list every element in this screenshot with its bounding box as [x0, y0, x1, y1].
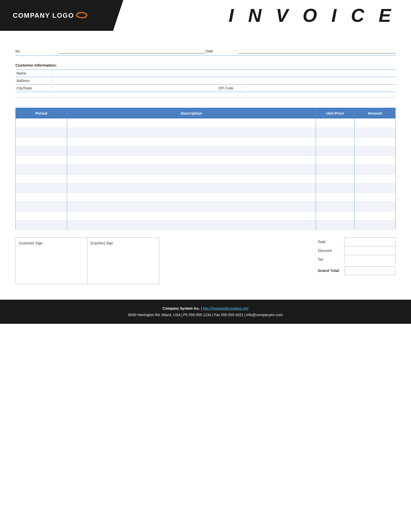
- svg-point-0: [77, 13, 87, 18]
- cell-amount-1: [354, 128, 396, 137]
- cell-description-8: [67, 192, 316, 202]
- cell-unit_price-1: [316, 128, 354, 137]
- cell-amount-7: [354, 183, 396, 192]
- grand-total-label-row: Grand Total: [318, 266, 339, 275]
- cell-unit_price-0: [316, 118, 354, 128]
- table-row: [16, 202, 396, 211]
- totals-boxes: [344, 237, 396, 275]
- cell-unit_price-10: [316, 211, 354, 220]
- city-label: City/State: [15, 85, 51, 92]
- invoice-title: I N V O I C E: [229, 5, 396, 26]
- tax-label: Tax: [318, 257, 323, 261]
- zip-value: [244, 85, 396, 92]
- customer-sign-label: Customer Sign: [19, 241, 43, 245]
- logo-swoosh-icon: [76, 11, 87, 20]
- items-section: Period Description Unit Price Amount: [15, 108, 396, 230]
- cell-description-5: [67, 165, 316, 174]
- cell-period-5: [16, 165, 67, 174]
- name-colon: :: [51, 70, 57, 77]
- grand-total-label: Grand Total: [318, 268, 339, 273]
- cell-unit_price-6: [316, 174, 354, 183]
- discount-label: Discount: [318, 249, 332, 253]
- cell-description-3: [67, 146, 316, 155]
- address-label: Address: [15, 77, 51, 85]
- cell-description-7: [67, 183, 316, 192]
- cell-period-4: [16, 155, 67, 165]
- top-fields: No : Date :: [15, 49, 396, 56]
- table-row: [16, 174, 396, 183]
- customer-section: Customer Information: Name : Address : C…: [15, 63, 396, 97]
- cell-description-9: [67, 202, 316, 211]
- cell-amount-3: [354, 146, 396, 155]
- cell-amount-5: [354, 165, 396, 174]
- customer-address-row: Address :: [15, 77, 396, 85]
- cell-unit_price-3: [316, 146, 354, 155]
- cell-description-11: [67, 220, 316, 230]
- table-row: [16, 211, 396, 220]
- date-label: Date: [206, 49, 221, 53]
- cell-period-6: [16, 174, 67, 183]
- total-label-row: Total: [318, 237, 339, 246]
- table-row: [16, 128, 396, 137]
- header: COMPANY LOGO I N V O I C E: [0, 0, 411, 31]
- no-colon: :: [55, 49, 57, 53]
- col-amount-header: Amount: [354, 108, 396, 119]
- cell-description-4: [67, 155, 316, 165]
- cell-amount-6: [354, 174, 396, 183]
- zip-label: ZIP Code: [208, 85, 239, 92]
- cell-amount-9: [354, 202, 396, 211]
- cell-description-0: [67, 118, 316, 128]
- no-field-group: No :: [15, 49, 206, 53]
- cell-unit_price-2: [316, 137, 354, 146]
- date-field-group: Date :: [206, 49, 396, 53]
- col-unit-price-header: Unit Price: [316, 108, 354, 119]
- name-value: [57, 70, 244, 77]
- table-row: [16, 146, 396, 155]
- cell-period-1: [16, 128, 67, 137]
- total-value-box: [344, 237, 396, 246]
- cell-unit_price-7: [316, 183, 354, 192]
- cell-description-6: [67, 174, 316, 183]
- cell-description-1: [67, 128, 316, 137]
- customer-sign-box: Customer Sign: [16, 238, 88, 284]
- totals-area: Total Discount Tax Grand Total: [318, 237, 396, 275]
- table-row: [16, 165, 396, 174]
- cell-unit_price-9: [316, 202, 354, 211]
- totals-spacer: [318, 264, 339, 266]
- city-value: [57, 85, 208, 92]
- footer-line2: 8030 Harrington Rd, Miami, USA | Ph 555-…: [5, 312, 406, 318]
- total-label: Total: [318, 240, 325, 244]
- cell-description-2: [67, 137, 316, 146]
- cell-period-0: [16, 118, 67, 128]
- signatures-area: Customer Sign [Cashier] Sign: [15, 237, 159, 284]
- no-value-line: [59, 49, 206, 53]
- city-colon: :: [51, 85, 57, 92]
- col-description-header: Description: [67, 108, 316, 119]
- footer: Company System Inc. | http://freewordtem…: [0, 300, 411, 324]
- cell-unit_price-5: [316, 165, 354, 174]
- totals-labels: Total Discount Tax Grand Total: [318, 237, 344, 275]
- customer-city-row: City/State : ZIP Code :: [15, 85, 396, 92]
- date-value-line: [238, 49, 396, 53]
- cell-unit_price-8: [316, 192, 354, 202]
- discount-label-row: Discount: [318, 246, 339, 255]
- table-row: [16, 192, 396, 202]
- cell-amount-8: [354, 192, 396, 202]
- discount-value-box: [344, 246, 396, 255]
- table-row: [16, 183, 396, 192]
- cell-unit_price-11: [316, 220, 354, 230]
- invoice-title-area: I N V O I C E: [113, 0, 411, 31]
- customer-section-title: Customer Information:: [15, 63, 396, 67]
- zip-colon: :: [239, 85, 244, 92]
- footer-website-link[interactable]: http://freewordtemplates.net/: [203, 306, 248, 310]
- customer-table: Name : Address : City/State : ZIP Code :: [15, 69, 396, 92]
- tax-value-box: [344, 255, 396, 264]
- main-content: No : Date : Customer Information: Name :…: [0, 31, 411, 284]
- date-colon: :: [235, 49, 236, 53]
- address-colon: :: [51, 77, 57, 85]
- cell-period-10: [16, 211, 67, 220]
- table-header-row: Period Description Unit Price Amount: [16, 108, 396, 119]
- cell-period-7: [16, 183, 67, 192]
- cell-period-2: [16, 137, 67, 146]
- no-label: No: [15, 49, 31, 53]
